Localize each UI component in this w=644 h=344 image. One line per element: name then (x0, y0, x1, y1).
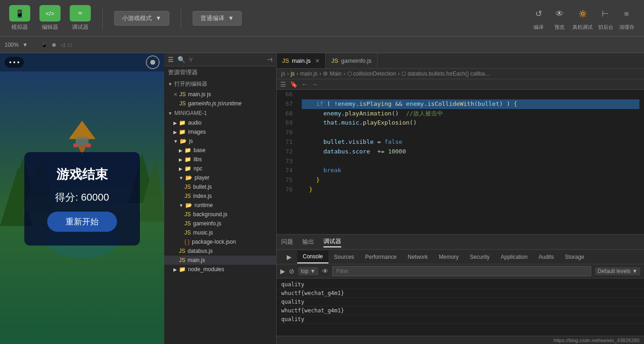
clear-cache-icon: ≋ (618, 5, 635, 22)
gameinfo-js-file[interactable]: JS gameinfo.js (164, 219, 276, 228)
base-folder[interactable]: ▶ 📁 base (164, 146, 276, 155)
tab-mainjs[interactable]: JS main.js ✕ (277, 53, 326, 68)
npc-folder[interactable]: ▶ 📁 npc (164, 164, 276, 173)
devtools-tab-audits[interactable]: Audits (533, 251, 559, 263)
editor-tabs: JS main.js ✕ JS gameinfo.js (277, 53, 644, 69)
devtools-tab-sources[interactable]: Sources (328, 251, 360, 263)
mode-chevron: ▼ (155, 15, 161, 22)
compile-button[interactable]: ↺ 编译 (530, 5, 547, 31)
game-preview: • • • ⏺ 游戏结束 得分: 60000 重新开始 (0, 53, 164, 344)
resource-manager-label: 资源管理器 (164, 66, 276, 78)
background-js-label: background.js (193, 211, 228, 218)
compile-dropdown[interactable]: 普通编译 ▼ (193, 11, 242, 26)
devtools-tab-console[interactable]: Console (297, 251, 328, 263)
top-selector[interactable]: top ▼ (298, 267, 318, 275)
images-folder[interactable]: ▶ 📁 images (164, 127, 276, 137)
open-file-gameinfo[interactable]: ✕ JS gameinfo.js js\runtime (164, 99, 276, 108)
close-file-icon[interactable]: ✕ (173, 92, 178, 98)
js-folder[interactable]: ▼ 📂 js (164, 137, 276, 146)
devtools-tabs: ▶ Console Sources Performance Network Me… (277, 250, 644, 264)
images-folder-icon: 📁 (179, 129, 186, 135)
project-section[interactable]: ▼ MINIGAME-1 (164, 108, 276, 118)
mode-dropdown[interactable]: 小游戏模式 ▼ (114, 11, 169, 26)
search-file-icon[interactable]: 🔍 (178, 56, 185, 63)
code-line-71: bullet.visible = false (302, 137, 639, 147)
git-icon[interactable]: ⑂ (189, 56, 193, 63)
breadcrumb-collision: ⬡ collisionDetection (347, 71, 396, 77)
devtools-tab-memory[interactable]: Memory (433, 251, 464, 263)
code-line-70 (302, 128, 639, 137)
menu-icon[interactable]: ☰ (168, 56, 174, 63)
console-exec-icon[interactable]: ▶ (280, 268, 285, 275)
audio-folder[interactable]: ▶ 📁 audio (164, 118, 276, 127)
devtools-tab-security[interactable]: Security (464, 251, 495, 263)
devtools-tab-network[interactable]: Network (402, 251, 433, 263)
debugger-button[interactable]: ≈ 调试器 (70, 5, 91, 31)
console-tab-problems[interactable]: 问题 (281, 237, 293, 247)
editor-button[interactable]: </> 编辑器 (39, 5, 61, 31)
code-line-69: that.music.playExplosion() (302, 118, 639, 128)
simulator-button[interactable]: 📱 模拟器 (9, 5, 30, 31)
databus-js-icon: JS (179, 248, 185, 254)
breadcrumb: js › js › main.js › ⚙ Main › ⬡ collision… (277, 69, 644, 79)
runtime-folder[interactable]: ▼ 📂 runtime (164, 201, 276, 210)
code-line-67: if ( !enemy.isPlaying && enemy.isCollide… (302, 99, 639, 109)
tab-gameinfo[interactable]: JS gameinfo.js (326, 53, 378, 68)
bullet-js-file[interactable]: JS bullet.js (164, 182, 276, 191)
open-file-mainjs[interactable]: ✕ JS main.js js (164, 90, 276, 99)
real-debug-button[interactable]: 🔆 真机调试 (572, 5, 593, 31)
preview-button[interactable]: 👁 预览 (551, 5, 568, 31)
devtools-tab-storage[interactable]: Storage (560, 251, 590, 263)
player-folder[interactable]: ▼ 📂 player (164, 173, 276, 182)
player-label: player (194, 175, 210, 181)
restart-button[interactable]: 重新开始 (47, 212, 117, 232)
console-tab-output[interactable]: 输出 (302, 237, 314, 247)
libs-folder[interactable]: ▶ 📁 libs (164, 155, 276, 164)
mode-label: 小游戏模式 (122, 14, 152, 22)
project-label: MINIGAME-1 (174, 110, 207, 116)
status-url: https://blog.csdn.net/weixin_43826280 (554, 338, 639, 343)
collapse-icon[interactable]: ⊣ (267, 56, 272, 63)
clear-cache-button[interactable]: ≋ 清缓存 (618, 5, 635, 31)
game-end-title: 游戏结束 (56, 166, 108, 183)
compile-chevron: ▼ (228, 15, 234, 22)
debugger-label: 调试器 (72, 23, 89, 31)
node-modules-folder[interactable]: ▶ 📁 node_modules (164, 265, 276, 274)
breadcrumb-foreach: ⬡ databus.bullets.forEach() callba... (401, 71, 489, 77)
compile-icon: ↺ (530, 5, 547, 22)
toolbar-right: ↺ 编译 👁 预览 🔆 真机调试 ⊢ 切后台 ≋ 清缓存 (530, 5, 635, 31)
bookmark-icon[interactable]: 🔖 (290, 81, 298, 88)
package-lock-json-file[interactable]: { } package-lock.json (164, 237, 276, 246)
code-line-73 (302, 157, 639, 166)
console-block-icon[interactable]: ⊘ (289, 268, 294, 275)
tab-mainjs-close[interactable]: ✕ (315, 58, 320, 64)
music-js-file[interactable]: JS music.js (164, 228, 276, 237)
devtools-tab-performance[interactable]: Performance (360, 251, 402, 263)
code-line-68: enemy.playAnimation() //故人被击中 (302, 109, 639, 119)
package-lock-json-label: package-lock.json (192, 239, 236, 245)
editor-label: 编辑器 (42, 23, 58, 31)
node-modules-chevron: ▶ (173, 267, 177, 272)
libs-folder-icon: 📁 (184, 156, 191, 163)
index-js-file[interactable]: JS index.js (164, 191, 276, 201)
runtime-label: runtime (194, 202, 213, 208)
backend-button[interactable]: ⊢ 切后台 (597, 5, 614, 31)
go-back-icon[interactable]: ← (301, 81, 308, 88)
open-editors-section[interactable]: ▼ 打开的编辑器 (164, 78, 276, 90)
console-eye-icon[interactable]: 👁 (322, 268, 328, 275)
devtools-icon-play[interactable]: ▶ (281, 251, 297, 263)
tab-gameinfo-icon: JS (331, 57, 338, 64)
go-forward-icon[interactable]: → (311, 81, 318, 88)
devtools-tab-application[interactable]: Application (495, 251, 533, 263)
file-tree-toolbar: ☰ 🔍 ⑂ ⊣ (164, 53, 276, 66)
zoom-chevron: ▼ (22, 42, 28, 48)
main-js-label: main.js (188, 257, 205, 263)
background-js-file[interactable]: JS background.js (164, 210, 276, 219)
console-filter-input[interactable] (332, 266, 591, 276)
default-levels[interactable]: Default levels ▼ (595, 267, 640, 275)
images-chevron: ▶ (173, 130, 177, 135)
databus-js-file[interactable]: JS databus.js (164, 246, 276, 256)
main-js-file[interactable]: JS main.js (164, 256, 276, 265)
console-tab-debugger[interactable]: 调试器 (323, 236, 341, 247)
list-icon[interactable]: ☰ (280, 81, 286, 88)
